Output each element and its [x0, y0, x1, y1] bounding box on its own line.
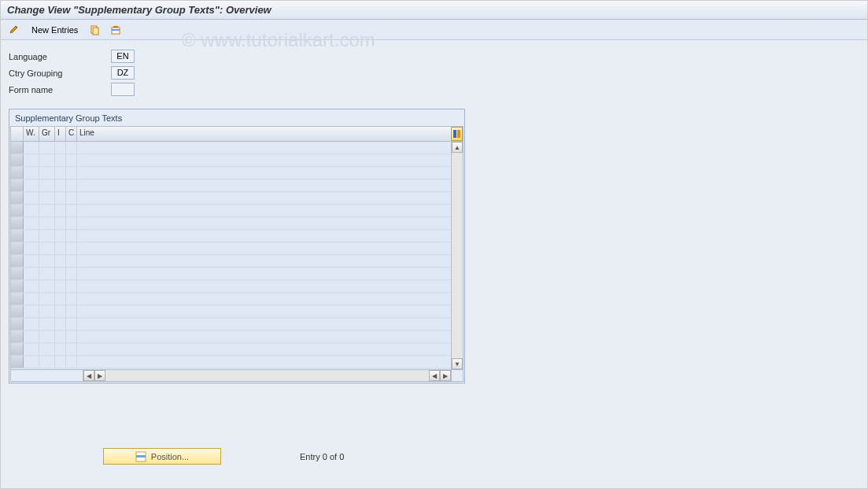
scroll-down-button[interactable]: ▼ [452, 358, 463, 369]
scroll-right-inner-button[interactable]: ▶ [94, 370, 105, 381]
grid-footer: Position... Entry 0 of 0 [1, 448, 344, 465]
table-row[interactable] [11, 356, 451, 369]
triangle-left-icon: ◀ [87, 372, 91, 380]
copy-icon [90, 24, 101, 35]
language-field[interactable]: EN [111, 50, 135, 63]
table-row[interactable] [11, 306, 451, 318]
table-row[interactable] [11, 268, 451, 280]
pencil-icon [9, 24, 20, 35]
change-button[interactable] [6, 22, 23, 38]
table-settings-icon [453, 130, 461, 138]
language-label: Language [9, 52, 111, 61]
grid-panel: Supplementary Group Texts W. Gr I C Line… [9, 109, 465, 383]
form-name-field[interactable] [111, 83, 135, 96]
svg-rect-8 [136, 455, 146, 458]
horizontal-scrollbar[interactable]: ◀ ▶ ◀ ▶ [83, 370, 451, 381]
grid-header: W. Gr I C Line [10, 126, 464, 142]
position-icon [135, 451, 146, 462]
svg-rect-6 [457, 130, 460, 138]
col-gr[interactable]: Gr [39, 127, 55, 141]
svg-rect-3 [112, 29, 120, 31]
table-row[interactable] [11, 243, 451, 255]
form-name-label: Form name [9, 85, 111, 94]
vertical-scrollbar[interactable]: ▲ ▼ [451, 142, 463, 369]
delete-icon [110, 24, 121, 35]
col-i[interactable]: I [55, 127, 66, 141]
col-line[interactable]: Line [77, 127, 451, 141]
scroll-left-end-button[interactable]: ◀ [429, 370, 440, 381]
title-bar: Change View "Supplementary Group Texts":… [1, 1, 867, 20]
triangle-right-icon: ▶ [443, 372, 448, 380]
scroll-up-button[interactable]: ▲ [452, 142, 463, 153]
ctry-grouping-label: Ctry Grouping [9, 69, 111, 78]
position-button[interactable]: Position... [103, 448, 221, 465]
scroll-left-button[interactable]: ◀ [83, 370, 94, 381]
table-row[interactable] [11, 255, 451, 268]
col-c[interactable]: C [66, 127, 77, 141]
table-row[interactable] [11, 280, 451, 293]
table-row[interactable] [11, 343, 451, 356]
page-title: Change View "Supplementary Group Texts":… [7, 4, 271, 16]
new-entries-button[interactable]: New Entries [26, 22, 83, 38]
position-label: Position... [151, 452, 189, 461]
col-select[interactable] [11, 127, 24, 141]
svg-rect-1 [93, 28, 98, 35]
horizontal-scrollbar-area: ◀ ▶ ◀ ▶ [10, 370, 464, 382]
table-row[interactable] [11, 192, 451, 205]
triangle-up-icon: ▲ [454, 144, 460, 151]
triangle-left-icon: ◀ [432, 372, 437, 380]
table-row[interactable] [11, 180, 451, 192]
ctry-grouping-field[interactable]: DZ [111, 66, 135, 80]
new-entries-label: New Entries [31, 25, 78, 35]
svg-rect-4 [113, 26, 118, 28]
header-form: Language EN Ctry Grouping DZ Form name [1, 40, 867, 102]
table-row[interactable] [11, 142, 451, 154]
grid-body: ▲ ▼ [10, 142, 464, 370]
table-row[interactable] [11, 167, 451, 180]
table-row[interactable] [11, 217, 451, 230]
table-row[interactable] [11, 205, 451, 217]
svg-rect-5 [453, 130, 456, 138]
toolbar: New Entries [1, 20, 867, 40]
table-row[interactable] [11, 230, 451, 243]
col-w[interactable]: W. [24, 127, 39, 141]
table-row[interactable] [11, 318, 451, 331]
table-row[interactable] [11, 293, 451, 306]
table-row[interactable] [11, 154, 451, 167]
grid-panel-title: Supplementary Group Texts [10, 110, 464, 126]
scroll-right-button[interactable]: ▶ [440, 370, 451, 381]
table-row[interactable] [11, 331, 451, 343]
copy-button[interactable] [87, 22, 104, 38]
triangle-right-icon: ▶ [98, 372, 102, 380]
triangle-down-icon: ▼ [454, 361, 460, 368]
entry-count-text: Entry 0 of 0 [300, 452, 344, 461]
delete-button[interactable] [107, 22, 124, 38]
table-settings-button[interactable] [451, 127, 463, 141]
